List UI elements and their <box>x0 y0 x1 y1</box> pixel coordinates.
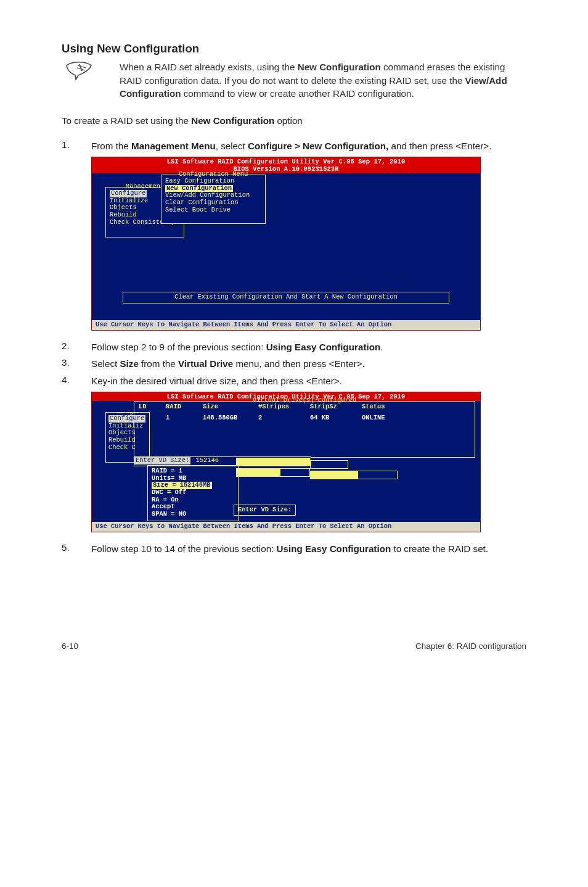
txt: . <box>380 342 383 352</box>
bios-screenshot-1: LSI Software RAID Configuration Utility … <box>91 157 526 331</box>
management-menu-box: Managem Configure Initializ Objects Rebu… <box>105 412 150 463</box>
txt: Follow step 2 to 9 of the previous secti… <box>91 342 266 352</box>
management-menu-title: Managem <box>106 412 149 416</box>
step-number: 1. <box>62 139 91 150</box>
section-heading: Using New Configuration <box>62 42 526 56</box>
txt: menu, and then press <Enter>. <box>233 358 365 369</box>
lead-text: To create a RAID set using the New Confi… <box>62 114 526 128</box>
prop-row: DWC = Off <box>152 489 234 497</box>
bar <box>310 460 348 469</box>
txt: , select <box>216 141 248 151</box>
col-status: Status <box>362 403 405 411</box>
txt: From the <box>91 141 131 151</box>
cell: 1 <box>166 415 203 422</box>
bios-hint-bar: Use Cursor Keys to Navigate Between Item… <box>92 522 480 532</box>
bar <box>236 458 310 466</box>
txt: command to view or create another RAID c… <box>181 88 414 99</box>
txt: To create a RAID set using the <box>62 115 191 126</box>
step-text: Follow step 2 to 9 of the previous secti… <box>91 340 526 354</box>
txt-bold: New Configuration <box>298 62 381 72</box>
footer-page-number: 6-10 <box>62 642 78 651</box>
step-text: From the Management Menu, select Configu… <box>91 139 526 153</box>
cell: 2 <box>258 415 310 422</box>
bios-help-text: Clear Existing Configuration And Start A… <box>123 292 449 303</box>
step-number: 2. <box>62 340 91 351</box>
step-text: Follow step 10 to 14 of the previous sec… <box>91 542 526 556</box>
bios-title-line2: BIOS Version A.10.09231523R <box>92 166 480 173</box>
configuration-menu-title: Configuration Menu <box>168 171 259 178</box>
enter-vd-size-value: 152146 <box>195 457 220 464</box>
bar <box>236 468 310 477</box>
txt-bold: Size <box>120 358 138 369</box>
cell: 148.580GB <box>203 415 258 422</box>
col-stripes: #Stripes <box>258 403 310 411</box>
step-item: 5. Follow step 10 to 14 of the previous … <box>62 542 526 556</box>
enter-vd-size-prompt: Enter VD Size: <box>234 505 296 516</box>
note-icon <box>62 60 96 80</box>
enter-vd-size-label: Enter VD Size: <box>134 457 190 464</box>
bios-hint-bar: Use Cursor Keys to Navigate Between Item… <box>92 320 480 330</box>
col-size: Size <box>203 403 258 411</box>
txt-bold: Using Easy Configuration <box>266 342 381 352</box>
footer-chapter: Chapter 6: RAID configuration <box>415 642 526 651</box>
step-text: Select Size from the Virtual Drive menu,… <box>91 357 526 371</box>
step-number: 5. <box>62 542 91 553</box>
step-item: 3. Select Size from the Virtual Drive me… <box>62 357 526 371</box>
txt-bold: Virtual Drive <box>178 358 233 369</box>
menu-item[interactable]: Check C <box>108 444 147 452</box>
txt-bold: Configure > New Configuration, <box>248 141 388 151</box>
cell: ONLINE <box>362 415 405 422</box>
step-item: 1. From the Management Menu, select Conf… <box>62 139 526 153</box>
bar <box>310 471 398 479</box>
col-ld: LD <box>139 403 166 411</box>
txt: to create the RAID set. <box>391 543 488 554</box>
step-text: Key-in the desired virtual drive size, a… <box>91 374 526 388</box>
menu-item[interactable]: Clear Configuration <box>165 199 261 207</box>
col-stripsz: StripSz <box>310 403 362 411</box>
step-number: 4. <box>62 374 91 385</box>
vd-columns-header: LD RAID Size #Stripes StripSz Status <box>139 403 472 411</box>
txt: and then press <Enter>. <box>388 141 491 151</box>
menu-item[interactable]: Rebuild <box>108 437 147 444</box>
txt: Follow step 10 to 14 of the previous sec… <box>91 543 277 554</box>
txt: When a RAID set already exists, using th… <box>120 62 298 72</box>
txt-bold: New Configuration <box>191 115 274 126</box>
txt: from the <box>139 358 178 369</box>
step-item: 2. Follow step 2 to 9 of the previous se… <box>62 340 526 354</box>
txt: option <box>274 115 303 126</box>
note-text: When a RAID set already exists, using th… <box>96 60 526 101</box>
vd-properties-box: RAID = 1 Units= MB Size = 152146MB DWC =… <box>147 465 239 521</box>
bios-screenshot-2: LSI Software RAID Configuration Utility … <box>91 392 526 532</box>
txt-bold: Using Easy Configuration <box>277 543 391 554</box>
step-item: 4. Key-in the desired virtual drive size… <box>62 374 526 388</box>
cell: 64 KB <box>310 415 362 422</box>
txt: Select <box>91 358 120 369</box>
step-number: 3. <box>62 357 91 368</box>
bios-title-line1: LSI Software RAID Configuration Utility … <box>92 159 480 166</box>
configuration-menu-box: Configuration Menu Easy Configuration Ne… <box>161 175 266 224</box>
note-callout: When a RAID set already exists, using th… <box>62 60 526 101</box>
size-bars <box>236 458 359 481</box>
txt-bold: Management Menu <box>131 141 216 151</box>
bios-titlebar: LSI Software RAID Configuration Utility … <box>92 157 480 173</box>
menu-item[interactable]: Select Boot Drive <box>165 207 261 214</box>
col-raid: RAID <box>166 403 203 411</box>
prop-row: SPAN = NO <box>152 511 234 518</box>
page-footer: 6-10 Chapter 6: RAID configuration <box>62 642 526 651</box>
vd-data-row: 0 1 148.580GB 2 64 KB ONLINE <box>139 415 472 422</box>
